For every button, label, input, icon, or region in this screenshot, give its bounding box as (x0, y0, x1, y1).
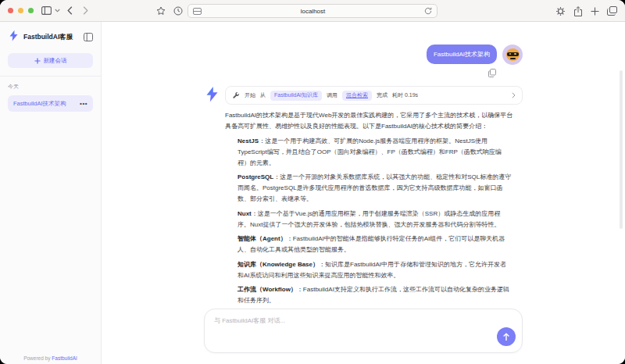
share-icon[interactable] (573, 6, 583, 16)
answer-item: 智能体（Agent）：FastbuildAI中的智能体是指能够执行特定任务的AI… (225, 234, 519, 255)
answer-intro: FastbuildAI的技术架构是基于现代Web开发的最佳实践构建的，它采用了多… (225, 110, 519, 132)
new-tab-icon[interactable] (591, 7, 599, 16)
assistant-avatar-bolt-icon (204, 86, 220, 102)
tool-invoke-label: 调用 (327, 91, 338, 99)
user-message-row: FastbuildAI技术架构 (204, 45, 523, 65)
powered-by-brand-link[interactable]: FastbuildAI (52, 355, 77, 361)
expand-chevron-icon[interactable] (512, 92, 516, 98)
user-message-bubble: FastbuildAI技术架构 (427, 45, 497, 64)
app-title: FastbuildAI客服 (23, 33, 80, 42)
knowledge-base-chip[interactable]: FastbuildAI知识库 (270, 91, 322, 101)
answer-item-list: NestJS：这是一个用于构建高效、可扩展的Node.js服务器端应用程序的框架… (225, 136, 519, 307)
url-text: localhost (202, 8, 424, 15)
zoom-window-button[interactable] (28, 8, 34, 13)
tab-overview-icon[interactable] (607, 6, 617, 16)
browser-window: localhost (0, 0, 625, 364)
answer-item: PostgreSQL：这是一个开源的对象关系数据库系统，以其强大的功能、稳定性和… (225, 172, 519, 205)
conversation-item[interactable]: FastbuildAI技术架构 ••• (8, 95, 93, 112)
chat-input-box[interactable] (204, 309, 523, 353)
browser-toolbar: localhost (0, 0, 625, 22)
conversation-title: FastbuildAI技术架构 (13, 100, 80, 108)
forward-button[interactable] (83, 6, 88, 15)
sidebar: FastbuildAI客服 新建会话 今天 FastbuildAI技术架构 ••… (0, 22, 102, 364)
chat-panel: FastbuildAI技术架构 (102, 22, 625, 364)
plus-icon (34, 58, 41, 64)
tool-done-label: 完成 (377, 91, 388, 99)
refresh-icon[interactable] (424, 7, 432, 15)
close-window-button[interactable] (8, 8, 13, 13)
app-logo-bolt-icon (8, 30, 20, 45)
conversation-more-icon[interactable]: ••• (80, 100, 88, 107)
conversation-group-label: 今天 (8, 83, 93, 91)
bookmark-star-icon[interactable] (156, 6, 166, 16)
back-button[interactable] (67, 6, 73, 15)
copy-message-icon[interactable] (488, 69, 496, 77)
powered-by-text: Powered by (23, 355, 50, 361)
assistant-message-row: 开始 从 FastbuildAI知识库 调用 混合检索 完成 耗时 0.19s (204, 86, 523, 306)
user-avatar-face (506, 48, 520, 61)
new-conversation-label: 新建会话 (44, 57, 67, 65)
tool-wrench-icon (232, 91, 240, 99)
assistant-answer: FastbuildAI的技术架构是基于现代Web开发的最佳实践构建的，它采用了多… (225, 110, 523, 306)
history-clock-icon[interactable] (173, 6, 183, 16)
minimize-window-button[interactable] (18, 8, 23, 13)
tool-from-label: 从 (260, 91, 266, 99)
sidebar-chevron-icon[interactable] (55, 9, 60, 12)
tool-call-bar[interactable]: 开始 从 FastbuildAI知识库 调用 混合检索 完成 耗时 0.19s (225, 86, 523, 105)
answer-item: Nuxt：这是一个基于Vue.js的通用应用框架，用于创建服务端渲染（SSR）或… (225, 209, 519, 230)
retrieval-method-chip[interactable]: 混合检索 (342, 91, 372, 101)
send-button[interactable] (497, 327, 516, 346)
powered-by-footer: Powered by FastbuildAI (0, 355, 101, 361)
answer-item: 知识库（Knowledge Base）：知识库是FastbuildAI中用于存储… (225, 259, 519, 281)
new-conversation-button[interactable]: 新建会话 (8, 53, 93, 68)
tool-start-label: 开始 (245, 91, 255, 99)
chat-input[interactable] (205, 309, 522, 336)
browser-sidebar-icon[interactable] (41, 6, 52, 15)
answer-item: 工作流（Workflow）：FastbuildAI支持定义和执行工作流，这些工作… (225, 284, 519, 306)
window-controls (8, 8, 34, 13)
settings-gear-icon[interactable] (555, 6, 566, 16)
page-reader-icon[interactable] (193, 8, 202, 15)
answer-item: NestJS：这是一个用于构建高效、可扩展的Node.js服务器端应用程序的框架… (225, 136, 519, 169)
tool-time-label: 耗时 0.19s (392, 91, 418, 99)
address-bar[interactable]: localhost (188, 4, 438, 18)
collapse-sidebar-icon[interactable] (84, 33, 93, 41)
scrollbar-thumb[interactable] (620, 70, 623, 229)
user-avatar (502, 45, 523, 65)
sidebar-divider (0, 76, 101, 77)
